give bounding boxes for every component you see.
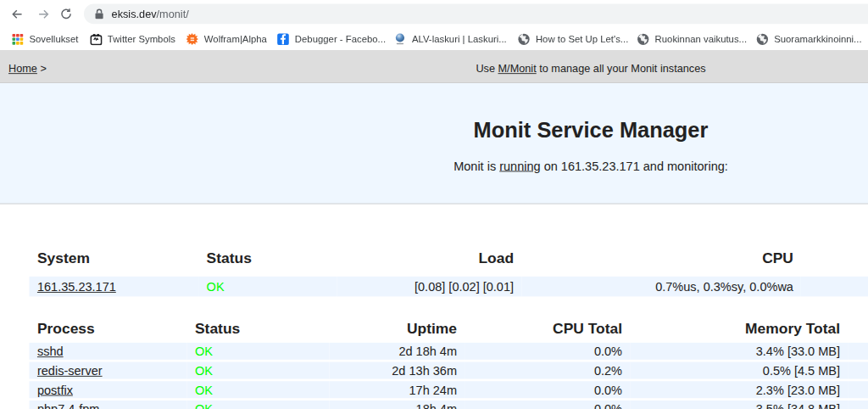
process-cpu-total: 0.0% [465,401,630,409]
system-header-row: System Status Load CPU [30,233,868,274]
url-domain: eksis.dev [112,8,157,20]
bookmark-suoramarkkinointi[interactable]: Suoramarkkinoinni... [756,28,861,50]
process-memory-total: 3.5% [34.8 MB] [630,401,848,409]
process-memory-total: 3.4% [33.0 MB] [630,343,848,360]
process-memory-total: 2.3% [23.0 MB] [630,381,848,398]
col-header-uptime: Uptime [330,303,465,340]
bookmark-how-to-set-up[interactable]: How to Set Up Let's... [518,28,628,50]
process-cpu-total: 0.0% [465,381,630,398]
page-title: Monit Service Manager [0,83,868,147]
process-row: sshd OK 2d 18h 4m 0.0% 3.4% [33.0 MB] [30,343,868,360]
bookmark-ruokinnan[interactable]: Ruokinnan vaikutus... [637,28,747,50]
monit-nav-bar: Home > Use M/Monit to manage all your Mo… [0,50,868,83]
bookmark-wolfram-alpha[interactable]: Wolfram|Alpha [186,28,267,50]
process-memory-total: 0.5% [4.5 MB] [630,361,848,378]
hero-header: Monit Service Manager Monit is running o… [0,83,868,204]
running-link[interactable]: running [499,160,540,172]
home-link[interactable]: Home [8,63,37,76]
col-header-system: System [30,233,199,274]
globe-icon [637,33,650,46]
wolfram-star-icon [186,33,199,46]
typewriter-icon [90,33,103,46]
process-header-row: Process Status Uptime CPU Total Memory T… [30,303,868,340]
process-row: postfix OK 17h 24m 0.0% 2.3% [23.0 MB] [30,381,868,398]
process-uptime: 18h 4m [330,401,465,409]
url-path: /monit/ [157,8,189,20]
process-uptime: 17h 24m [330,381,465,398]
bookmark-label: Twitter Symbols [108,33,175,44]
process-link[interactable]: php7.4-fpm [37,402,99,409]
bookmark-label: Debugger - Facebo... [295,33,386,44]
col-header-cpu-total: CPU Total [465,303,630,340]
breadcrumb: Home > [0,50,236,82]
url-text: eksis.dev/monit/ [112,8,189,20]
process-row: php7.4-fpm OK 18h 4m 0.0% 3.5% [34.8 MB] [30,401,868,409]
globe-icon [756,33,769,46]
col-header-hidden [848,303,868,340]
bookmark-label: Wolfram|Alpha [204,33,267,44]
col-header-load: Load [337,233,521,274]
process-status: OK [187,361,330,378]
process-status: OK [187,401,330,409]
bookmark-facebook-debugger[interactable]: Debugger - Facebo... [277,28,386,50]
process-status: OK [187,343,330,360]
bookmark-label: Suoramarkkinoinni... [774,33,861,44]
process-link[interactable]: sshd [37,345,64,357]
back-arrow-icon [10,8,23,20]
process-uptime: 2d 18h 4m [330,343,465,360]
bookmarks-bar: Sovellukset Twitter Symbols Wolfram|Alph… [0,28,868,50]
col-header-hidden [801,233,868,274]
back-button[interactable] [6,3,27,25]
reload-button[interactable] [55,3,76,25]
blue-sphere-icon [394,33,407,46]
bookmark-label: Ruokinnan vaikutus... [655,33,747,44]
col-header-memory-total: Memory Total [630,303,848,340]
system-cpu: 0.7%us, 0.3%sy, 0.0%wa [521,277,801,296]
forward-button[interactable] [32,3,53,25]
process-cpu-total: 0.2% [465,361,630,378]
browser-toolbar: eksis.dev/monit/ [0,0,868,28]
process-status: OK [187,381,330,398]
mmonit-message: Use M/Monit to manage all your Monit ins… [236,50,868,82]
address-bar[interactable]: eksis.dev/monit/ [84,4,868,25]
col-header-cpu: CPU [521,233,801,274]
process-cpu-total: 0.0% [465,343,630,360]
system-status: OK [199,277,337,296]
process-table: Process Status Uptime CPU Total Memory T… [30,300,868,409]
reload-icon [60,8,73,20]
process-uptime: 2d 13h 36m [330,361,465,378]
system-host-link[interactable]: 161.35.23.171 [37,280,116,293]
col-header-status: Status [199,233,337,274]
system-table: System Status Load CPU 161.35.23.171 OK … [30,231,868,299]
process-row: redis-server OK 2d 13h 36m 0.2% 0.5% [4.… [30,361,868,378]
bookmark-alv-laskuri[interactable]: ALV-laskuri | Laskuri... [394,28,507,50]
process-link[interactable]: redis-server [37,364,103,377]
bookmark-label: How to Set Up Let's... [536,33,628,44]
bookmark-label: ALV-laskuri | Laskuri... [412,33,507,44]
system-load: [0.08] [0.02] [0.01] [337,277,521,296]
col-header-process: Process [30,303,187,340]
breadcrumb-separator: > [40,63,46,76]
facebook-icon [277,33,290,46]
mmonit-link[interactable]: M/Monit [498,63,537,76]
bookmark-twitter-symbols[interactable]: Twitter Symbols [90,28,175,50]
col-header-status: Status [187,303,330,340]
bookmark-label: Sovellukset [29,33,78,44]
system-row: 161.35.23.171 OK [0.08] [0.02] [0.01] 0.… [30,277,868,296]
lock-icon [95,8,104,20]
apps-grid-icon [12,33,25,46]
forward-arrow-icon [36,8,49,20]
process-link[interactable]: postfix [37,384,73,396]
globe-icon [518,33,531,46]
bookmark-sovellukset[interactable]: Sovellukset [12,28,79,50]
hero-subtitle: Monit is running on 161.35.23.171 and mo… [0,159,868,174]
